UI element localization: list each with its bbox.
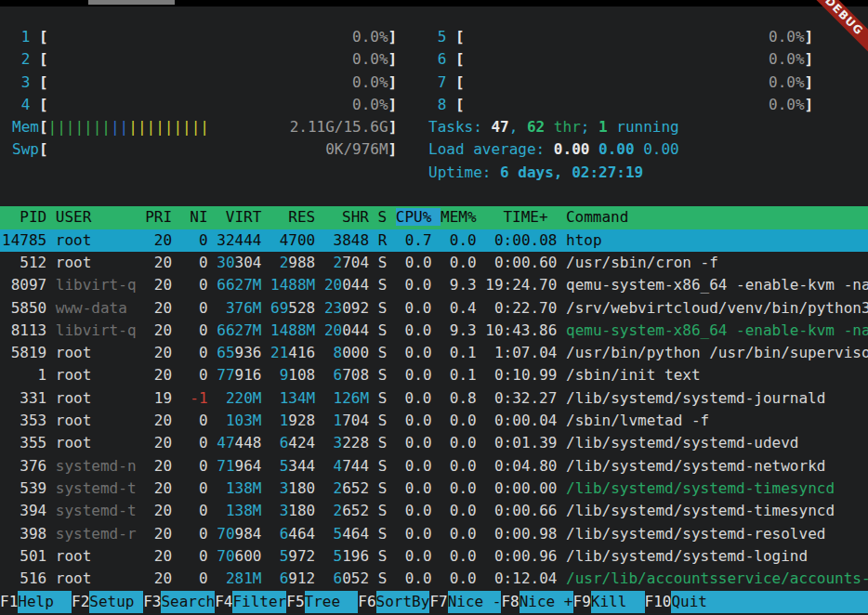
- fkey-F10[interactable]: F10Quit: [645, 591, 726, 613]
- process-row[interactable]: 5850 www-data 20 0 376M 69528 23092 S 0.…: [0, 297, 868, 320]
- ni-cell: 0: [181, 231, 208, 249]
- meters-right-column: 5 [ 0.0%] 6 [ 0.0%] 7 [ 0.0%] 8 [ 0.0%]T…: [428, 26, 813, 184]
- summary-line: Uptime: 6 days, 02:27:19: [428, 162, 813, 184]
- time-cell: 0:04.80: [485, 457, 557, 475]
- column-header-ni[interactable]: NI: [181, 208, 217, 226]
- column-header-s[interactable]: S: [378, 208, 396, 226]
- pid-cell: 14785: [2, 231, 46, 249]
- cpu-cell: 0.0: [396, 321, 432, 339]
- process-row[interactable]: 355 root 20 0 47448 6424 3228 S 0.0 0.0 …: [0, 432, 868, 454]
- fkey-F8[interactable]: F8Nice +: [501, 591, 572, 613]
- process-row[interactable]: 353 root 20 0 103M 1928 1704 S 0.0 0.0 0…: [0, 410, 868, 432]
- column-header-virt[interactable]: VIRT: [217, 208, 270, 226]
- process-row[interactable]: 8097 libvirt-q 20 0 6627M 1488M 20044 S …: [0, 274, 868, 296]
- fkey-F2[interactable]: F2Setup: [72, 591, 143, 613]
- process-row[interactable]: 394 systemd-t 20 0 138M 3180 2652 S 0.0 …: [0, 500, 868, 522]
- fkey-F1[interactable]: F1Help: [0, 591, 72, 613]
- virt-cell: 220M: [217, 389, 261, 407]
- shr-cell: 3848: [324, 231, 369, 249]
- pid-cell: 398: [2, 525, 46, 543]
- process-row[interactable]: 376 systemd-n 20 0 71964 5344 4744 S 0.0…: [0, 455, 868, 478]
- user-cell: root: [56, 254, 137, 271]
- res-cell: 21416: [270, 344, 315, 361]
- cpu-cell: 0.0: [396, 547, 432, 565]
- pri-cell: 20: [145, 479, 172, 497]
- state-cell: S: [378, 547, 388, 565]
- function-key-bar: F1Help F2Setup F3SearchF4FilterF5Tree F6…: [0, 591, 868, 613]
- user-cell: libvirt-q: [56, 321, 137, 339]
- fkey-F3[interactable]: F3Search: [143, 591, 215, 613]
- user-cell: systemd-n: [56, 457, 137, 475]
- shr-cell: 8000: [324, 344, 369, 361]
- pid-cell: 1: [2, 366, 46, 384]
- ni-cell: 0: [181, 276, 208, 294]
- virt-cell: 70984: [217, 525, 261, 543]
- fkey-F7[interactable]: F7Nice -: [429, 591, 501, 613]
- ni-cell: 0: [181, 344, 208, 361]
- res-cell: 1928: [270, 412, 315, 429]
- pid-cell: 539: [2, 479, 46, 497]
- res-cell: 1488M: [270, 321, 315, 339]
- process-row[interactable]: 331 root 19 -1 220M 134M 126M S 0.0 0.8 …: [0, 387, 868, 410]
- process-row[interactable]: 539 systemd-t 20 0 138M 3180 2652 S 0.0 …: [0, 478, 868, 500]
- load-1min: 0.00: [554, 140, 598, 158]
- virt-cell: 30304: [217, 254, 261, 271]
- res-cell: 9108: [270, 366, 315, 384]
- fkey-F4[interactable]: F4Filter: [215, 591, 286, 613]
- mem-cell: 0.0: [441, 231, 477, 249]
- column-header-time[interactable]: TIME+: [485, 208, 557, 226]
- virt-cell: 376M: [217, 299, 261, 317]
- process-row[interactable]: 516 root 20 0 281M 6912 6052 S 0.0 0.0 0…: [0, 568, 868, 590]
- process-row[interactable]: 501 root 20 0 70600 5972 5196 S 0.0 0.0 …: [0, 545, 868, 568]
- meter-close-bracket: ]: [805, 28, 814, 46]
- pid-cell: 331: [2, 389, 46, 407]
- ni-cell: 0: [181, 525, 208, 543]
- pid-cell: 5850: [2, 299, 46, 317]
- load-15min: 0.00: [643, 140, 679, 158]
- fkey-F6[interactable]: F6SortBy: [358, 591, 429, 613]
- fkey-label: Help: [18, 591, 72, 613]
- swap-meter: Swp[ 0K/976M]: [12, 138, 397, 161]
- fkey-number: F5: [286, 591, 304, 613]
- column-header-pid[interactable]: PID: [2, 208, 56, 226]
- column-header-shr[interactable]: SHR: [324, 208, 378, 226]
- process-row[interactable]: 398 systemd-r 20 0 70984 6464 5464 S 0.0…: [0, 523, 868, 545]
- cpu-meter-3: 3 [ 0.0%]: [12, 72, 397, 94]
- meter-label: 2: [12, 50, 39, 68]
- column-header-mem[interactable]: MEM%: [441, 208, 485, 226]
- time-cell: 0:00.08: [485, 231, 557, 249]
- column-header-res[interactable]: RES: [270, 208, 324, 226]
- process-row[interactable]: 512 root 20 0 30304 2988 2704 S 0.0 0.0 …: [0, 252, 868, 274]
- pri-cell: 20: [145, 276, 172, 294]
- cpu-meter-1: 1 [ 0.0%]: [12, 26, 397, 48]
- state-cell: S: [378, 412, 388, 429]
- mem-cell: 0.8: [441, 389, 477, 407]
- fkey-F9[interactable]: F9Kill: [573, 591, 645, 613]
- column-header-pri[interactable]: PRI: [145, 208, 181, 226]
- state-cell: S: [378, 344, 388, 361]
- process-row[interactable]: 8113 libvirt-q 20 0 6627M 1488M 20044 S …: [0, 320, 868, 342]
- pid-cell: 376: [2, 457, 46, 475]
- process-row[interactable]: 5819 root 20 0 65936 21416 8000 S 0.0 0.…: [0, 342, 868, 364]
- pri-cell: 20: [145, 299, 172, 317]
- column-header-cpu[interactable]: CPU%: [396, 208, 441, 226]
- process-row-selected[interactable]: 14785 root 20 0 32444 4700 3848 R 0.7 0.…: [0, 229, 868, 252]
- shr-cell: 1704: [324, 412, 369, 429]
- process-table-header[interactable]: PID USER PRI NI VIRT RES SHR S CPU% MEM%…: [0, 206, 868, 229]
- column-header-command[interactable]: Command: [557, 208, 628, 226]
- cpu-cell: 0.0: [396, 276, 432, 294]
- process-row[interactable]: 1 root 20 0 77916 9108 6708 S 0.0 0.1 0:…: [0, 364, 868, 386]
- fkey-F5[interactable]: F5Tree: [286, 591, 358, 613]
- time-cell: 0:22.70: [485, 299, 557, 317]
- pri-cell: 20: [145, 547, 172, 565]
- fkey-label: Search: [161, 591, 215, 613]
- user-cell: systemd-t: [56, 479, 137, 497]
- time-cell: 0:00.96: [485, 547, 557, 565]
- command-cell: /lib/systemd/systemd-networkd: [566, 457, 825, 475]
- meter-close-bracket: ]: [388, 140, 398, 158]
- mem-cell: 0.1: [441, 366, 477, 384]
- state-cell: S: [378, 525, 388, 543]
- column-header-user[interactable]: USER: [56, 208, 145, 226]
- state-cell: S: [378, 389, 388, 407]
- pid-cell: 516: [2, 569, 46, 587]
